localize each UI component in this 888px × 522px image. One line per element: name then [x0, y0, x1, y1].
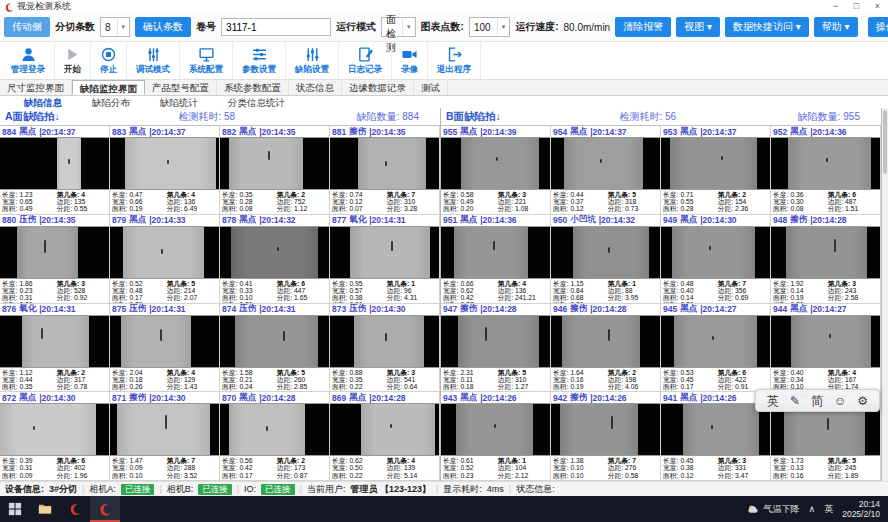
- ime-settings-gear-icon[interactable]: ⚙: [857, 395, 868, 407]
- view-menu-button[interactable]: 视图 ▾: [676, 17, 720, 37]
- maximize-button[interactable]: □: [846, 0, 867, 13]
- defect-image[interactable]: [330, 226, 439, 279]
- debug-mode-button[interactable]: 调试模式: [127, 42, 180, 79]
- defect-cell[interactable]: 875 压伤 |20:14:31 长度: 2.04 宽度: 0.18 面积: 0…: [110, 304, 220, 393]
- defect-cell[interactable]: 871 擦伤 |20:14:30 长度: 1.47 宽度: 0.09 面积: 0…: [110, 392, 220, 481]
- defect-image[interactable]: [110, 137, 219, 190]
- defect-cell[interactable]: 948 擦伤 |20:14:28 长度: 1.92 宽度: 0.14 面积: 0…: [771, 215, 881, 304]
- roll-number-input[interactable]: [221, 18, 331, 36]
- defect-cell[interactable]: 876 氧化 |20:14:31 长度: 1.12 宽度: 0.44 面积: 0…: [0, 304, 110, 393]
- weather-widget[interactable]: 气温下降: [747, 503, 800, 516]
- defect-cell[interactable]: 953 黑点 |20:14:37 长度: 0.71 宽度: 0.55 面积: 0…: [661, 126, 771, 215]
- file-explorer-icon[interactable]: [30, 496, 60, 522]
- ime-lang-toggle[interactable]: 英: [767, 395, 779, 407]
- system-config-button[interactable]: 系统配置: [180, 42, 233, 79]
- defect-cell[interactable]: 951 黑点 |20:14:36 长度: 0.66 宽度: 0.62 面积: 0…: [441, 215, 551, 304]
- defect-image[interactable]: [220, 226, 329, 279]
- tray-expand-chevron-icon[interactable]: ∧: [809, 504, 816, 514]
- minimize-button[interactable]: −: [825, 0, 846, 13]
- defect-image[interactable]: [441, 403, 550, 456]
- defect-image[interactable]: [441, 226, 550, 279]
- defect-image[interactable]: [0, 403, 109, 456]
- ime-simplified-toggle[interactable]: 简: [811, 395, 823, 407]
- defect-cell[interactable]: 946 擦伤 |20:14:28 长度: 1.64 宽度: 0.16 面积: 0…: [551, 304, 661, 393]
- defect-image[interactable]: [661, 403, 770, 456]
- confirm-count-button[interactable]: 确认条数: [135, 17, 191, 37]
- start-button[interactable]: 开始: [55, 42, 91, 79]
- defect-image[interactable]: [110, 315, 219, 368]
- defect-image[interactable]: [110, 226, 219, 279]
- defect-cell[interactable]: 942 擦伤 |20:14:26 长度: 1.38 宽度: 0.10 面积: 0…: [551, 392, 661, 481]
- defect-cell[interactable]: 877 氧化 |20:14:31 长度: 0.95 宽度: 0.57 面积: 0…: [330, 215, 440, 304]
- defect-image[interactable]: [330, 315, 439, 368]
- defect-image[interactable]: [330, 403, 439, 456]
- tab-product-config[interactable]: 产品型号配置: [145, 80, 217, 95]
- transmission-side-button[interactable]: 传动侧: [4, 17, 50, 37]
- defect-image[interactable]: [551, 403, 660, 456]
- defect-setting-button[interactable]: 缺陷设置: [286, 42, 339, 79]
- chart-points-dropdown[interactable]: 100 ▾: [469, 17, 510, 37]
- taskbar-clock[interactable]: 20:14 2025/2/10: [842, 499, 880, 519]
- defect-image[interactable]: [551, 315, 660, 368]
- defect-cell[interactable]: 879 黑点 |20:14:33 长度: 0.52 宽度: 0.48 面积: 0…: [110, 215, 220, 304]
- ime-emoji-icon[interactable]: ☺: [834, 395, 846, 407]
- defect-image[interactable]: [771, 315, 880, 368]
- defect-cell[interactable]: 949 黑点 |20:14:30 长度: 0.48 宽度: 0.40 面积: 0…: [661, 215, 771, 304]
- defect-cell[interactable]: 882 黑点 |20:14:35 长度: 0.35 宽度: 0.28 面积: 0…: [220, 126, 330, 215]
- windows-start-icon[interactable]: [0, 496, 30, 522]
- ime-pen-icon[interactable]: ✎: [790, 395, 800, 407]
- defect-cell[interactable]: 883 黑点 |20:14:37 长度: 0.47 宽度: 0.66 面积: 0…: [110, 126, 220, 215]
- clear-alarm-button[interactable]: 清除报警: [615, 17, 671, 37]
- defect-cell[interactable]: 878 黑点 |20:14:32 长度: 0.41 宽度: 0.33 面积: 0…: [220, 215, 330, 304]
- defect-image[interactable]: [661, 315, 770, 368]
- tab-size-monitor[interactable]: 尺寸监控界面: [0, 80, 72, 95]
- tab-status-info[interactable]: 状态信息: [289, 80, 342, 95]
- defect-image[interactable]: [441, 137, 550, 190]
- defect-image[interactable]: [771, 226, 880, 279]
- log-record-button[interactable]: 日志记录: [339, 42, 392, 79]
- slit-count-dropdown[interactable]: 8 ▾: [100, 17, 130, 37]
- defect-cell[interactable]: 880 压伤 |20:14:35 长度: 1.86 宽度: 0.23 面积: 0…: [0, 215, 110, 304]
- operator-side-button[interactable]: 操作侧: [868, 17, 888, 37]
- scrollbar-thumb[interactable]: [883, 110, 887, 174]
- admin-login-button[interactable]: 管理登录: [2, 42, 55, 79]
- run-mode-dropdown[interactable]: 双面检测 ▾: [381, 17, 416, 37]
- defect-image[interactable]: [661, 137, 770, 190]
- defect-cell[interactable]: 873 压伤 |20:14:30 长度: 0.88 宽度: 0.35 面积: 0…: [330, 304, 440, 393]
- defect-image[interactable]: [0, 137, 109, 190]
- defect-image[interactable]: [0, 315, 109, 368]
- defect-cell[interactable]: 952 黑点 |20:14:36 长度: 0.36 宽度: 0.30 面积: 0…: [771, 126, 881, 215]
- defect-image[interactable]: [551, 137, 660, 190]
- defect-cell[interactable]: 947 擦伤 |20:14:28 长度: 2.31 宽度: 0.11 面积: 0…: [441, 304, 551, 393]
- defect-image[interactable]: [0, 226, 109, 279]
- defect-cell[interactable]: 954 黑点 |20:14:37 长度: 0.44 宽度: 0.37 面积: 0…: [551, 126, 661, 215]
- defect-image[interactable]: [220, 403, 329, 456]
- defect-cell[interactable]: 944 黑点 |20:14:27 长度: 0.40 宽度: 0.34 面积: 0…: [771, 304, 881, 393]
- tab-defect-monitor[interactable]: 缺陷监控界面: [72, 80, 145, 95]
- vision-app-icon[interactable]: [90, 496, 120, 522]
- vertical-scrollbar[interactable]: [882, 108, 888, 481]
- defect-cell[interactable]: 869 黑点 |20:14:28 长度: 0.62 宽度: 0.50 面积: 0…: [330, 392, 440, 481]
- defect-image[interactable]: [220, 137, 329, 190]
- defect-image[interactable]: [771, 137, 880, 190]
- exit-program-button[interactable]: 退出程序: [428, 42, 481, 79]
- defect-cell[interactable]: 874 压伤 |20:14:31 长度: 1.58 宽度: 0.21 面积: 0…: [220, 304, 330, 393]
- close-button[interactable]: ×: [867, 0, 888, 13]
- defect-cell[interactable]: 943 黑点 |20:14:26 长度: 0.61 宽度: 0.52 面积: 0…: [441, 392, 551, 481]
- defect-cell[interactable]: 881 擦伤 |20:14:35 长度: 0.74 宽度: 0.12 面积: 0…: [330, 126, 440, 215]
- defect-image[interactable]: [441, 315, 550, 368]
- defect-cell[interactable]: 870 黑点 |20:14:28 长度: 0.56 宽度: 0.42 面积: 0…: [220, 392, 330, 481]
- input-language-indicator[interactable]: 英: [824, 503, 833, 516]
- tab-edge-data-log[interactable]: 边缘数据记录: [342, 80, 414, 95]
- tab-test[interactable]: 测试: [414, 80, 448, 95]
- defect-image[interactable]: [551, 226, 660, 279]
- param-setting-button[interactable]: 参数设置: [233, 42, 286, 79]
- defect-image[interactable]: [661, 226, 770, 279]
- defect-cell[interactable]: 950 小凹坑 |20:14:32 长度: 1.15 宽度: 0.84 面积: …: [551, 215, 661, 304]
- help-menu-button[interactable]: 帮助 ▾: [814, 17, 858, 37]
- tab-system-params[interactable]: 系统参数配置: [217, 80, 289, 95]
- data-quick-access-menu-button[interactable]: 数据快捷访问 ▾: [725, 17, 809, 37]
- defect-image[interactable]: [220, 315, 329, 368]
- defect-cell[interactable]: 884 黑点 |20:14:37 长度: 1.23 宽度: 0.65 面积: 0…: [0, 126, 110, 215]
- defect-cell[interactable]: 945 黑点 |20:14:27 长度: 0.53 宽度: 0.45 面积: 0…: [661, 304, 771, 393]
